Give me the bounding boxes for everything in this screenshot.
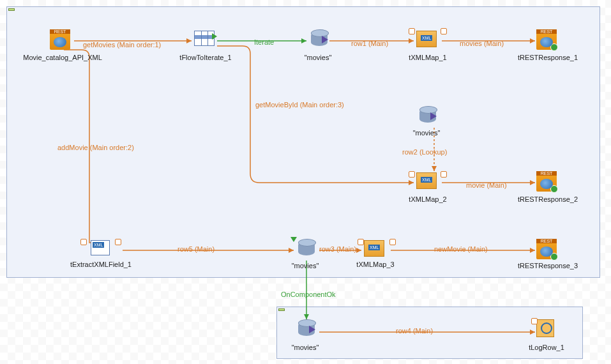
label-logrow: tLogRow_1 (529, 344, 564, 351)
component-rest-request[interactable] (50, 29, 73, 52)
port-icon (358, 239, 364, 245)
label-restresponse-2: tRESTResponse_2 (518, 195, 578, 203)
label-restresponse-3: tRESTResponse_3 (518, 262, 578, 269)
port-icon (441, 171, 447, 178)
component-db-movies-3[interactable] (295, 239, 318, 262)
label-extractxml: tExtractXMLField_1 (70, 261, 132, 268)
conn-getmovies: getMovies (Main order:1) (83, 41, 161, 49)
port-icon (409, 171, 415, 178)
component-extractxml[interactable] (91, 240, 114, 263)
xmlfield-icon (91, 240, 110, 255)
component-xmlmap-2[interactable] (416, 172, 439, 195)
rest-icon (536, 171, 557, 192)
label-movie-catalog: Movie_catalog_API_XML (23, 54, 102, 61)
label-restresponse-1: tRESTResponse_1 (518, 54, 578, 61)
label-xmlmap-2: tXMLMap_2 (409, 195, 446, 203)
component-restresponse-3[interactable] (536, 239, 559, 262)
arrow-icon (290, 237, 297, 242)
conn-addmovie: addMovie (Main order:2) (57, 144, 134, 151)
conn-iterate: Iterate (254, 38, 274, 46)
conn-movies: movies (Main) (460, 40, 504, 47)
conn-getmoviebyid: getMovieById (Main order:3) (255, 101, 344, 109)
component-db-movies-2[interactable] (416, 106, 439, 129)
label-movies-3: "movies" (292, 262, 319, 269)
conn-row4: row4 (Main) (396, 327, 433, 335)
component-restresponse-1[interactable] (536, 29, 559, 52)
conn-row3: row3 (Main) (319, 245, 356, 253)
collapse-toggle-icon[interactable] (8, 8, 15, 11)
component-db-movies-4[interactable] (295, 319, 318, 342)
label-flowtoiterate: tFlowToIterate_1 (179, 54, 231, 61)
label-movies-2: "movies" (413, 129, 441, 137)
rest-icon (536, 239, 557, 259)
logrow-icon (536, 319, 554, 337)
arrow-icon (309, 326, 315, 333)
xmlmap-icon (416, 172, 437, 189)
component-flowtoiterate[interactable] (194, 31, 217, 54)
component-logrow[interactable] (536, 319, 559, 342)
rest-icon (50, 29, 70, 50)
component-restresponse-2[interactable] (536, 171, 559, 194)
collapse-toggle-icon[interactable] (278, 308, 285, 311)
conn-row1: row1 (Main) (351, 40, 388, 47)
label-xmlmap-1: tXMLMap_1 (409, 54, 446, 61)
xmlmap-icon (364, 240, 384, 257)
port-icon (115, 239, 121, 245)
port-icon (531, 318, 538, 324)
arrow-icon (430, 112, 437, 120)
conn-newmovie: newMovie (Main) (434, 245, 488, 253)
port-icon (80, 239, 87, 245)
label-movies-1: "movies" (305, 54, 332, 61)
conn-row5: row5 (Main) (177, 245, 215, 253)
port-icon (389, 239, 396, 245)
port-icon (441, 28, 447, 34)
arrow-icon (322, 36, 328, 43)
database-icon (298, 239, 315, 257)
component-xmlmap-3[interactable] (364, 240, 387, 263)
arrow-icon (212, 33, 217, 40)
conn-row2: row2 (Lookup) (402, 148, 447, 156)
conn-oncomponentok: OnComponentOk (281, 291, 336, 298)
label-movies-4: "movies" (292, 344, 319, 351)
component-db-movies-1[interactable] (308, 29, 331, 52)
rest-icon (536, 29, 557, 50)
xmlmap-icon (416, 31, 437, 47)
component-xmlmap-1[interactable] (416, 31, 439, 54)
conn-movie: movie (Main) (466, 181, 507, 189)
port-icon (409, 28, 415, 34)
label-xmlmap-3: tXMLMap_3 (356, 261, 394, 268)
